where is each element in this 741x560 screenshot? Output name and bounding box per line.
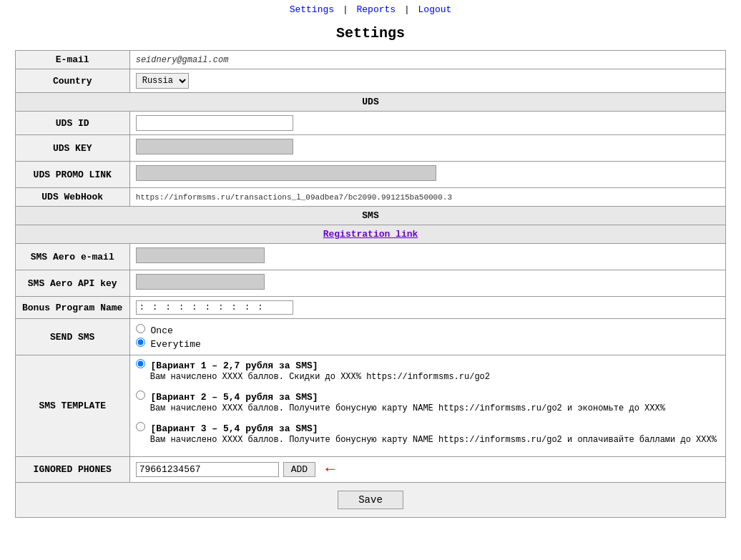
sms-template-3-label[interactable]: [Вариант 3 – 5,4 рубля за SMS] bbox=[136, 423, 318, 434]
email-display: seidnery@gmail.com bbox=[136, 55, 229, 65]
sms-template-3-header: [Вариант 3 – 5,4 рубля за SMS] bbox=[151, 423, 318, 434]
sms-template-row: SMS TEMPLATE [Вариант 1 – 2,7 рубля за S… bbox=[15, 355, 726, 457]
sms-reg-link-row: Registration link bbox=[15, 225, 726, 244]
uds-webhook-cell: https://informsms.ru/transactions_l_09ad… bbox=[129, 188, 726, 207]
sms-template-2-header: [Вариант 2 – 5,4 рубля за SMS] bbox=[151, 392, 318, 403]
nav-reports-link[interactable]: Reports bbox=[357, 4, 396, 15]
uds-webhook-value: https://informsms.ru/transactions_l_09ad… bbox=[136, 193, 452, 202]
send-sms-everytime-radio[interactable] bbox=[136, 338, 145, 347]
country-row: Country Russia bbox=[15, 69, 726, 93]
send-sms-cell: Once Everytime bbox=[129, 319, 726, 355]
sms-aero-api-label: SMS Aero API key bbox=[15, 270, 129, 297]
send-sms-once-label[interactable]: Once bbox=[136, 324, 720, 336]
page-title: Settings bbox=[0, 25, 741, 41]
ignored-phones-cell: ADD ← bbox=[129, 457, 726, 483]
save-cell: Save bbox=[15, 483, 726, 518]
uds-promo-cell bbox=[129, 162, 726, 188]
sms-template-option-3: [Вариант 3 – 5,4 рубля за SMS] Вам начис… bbox=[136, 422, 720, 446]
sms-template-option-1: [Вариант 1 – 2,7 рубля за SMS] Вам начис… bbox=[136, 359, 720, 383]
sms-aero-email-label: SMS Aero e-mail bbox=[15, 244, 129, 270]
add-phone-button[interactable]: ADD bbox=[283, 462, 315, 477]
country-value-cell: Russia bbox=[129, 69, 726, 93]
send-sms-label: SEND SMS bbox=[15, 319, 129, 355]
uds-key-cell bbox=[129, 135, 726, 162]
sms-section-row: SMS bbox=[15, 207, 726, 225]
sms-template-option-2: [Вариант 2 – 5,4 рубля за SMS] Вам начис… bbox=[136, 390, 720, 415]
nav-logout-link[interactable]: Logout bbox=[418, 4, 452, 15]
sms-aero-api-row: SMS Aero API key bbox=[15, 270, 726, 297]
ignored-phones-row: IGNORED PHONES ADD ← bbox=[15, 457, 726, 483]
ignored-phones-input[interactable] bbox=[136, 462, 279, 477]
uds-id-input[interactable] bbox=[136, 115, 293, 131]
sms-template-cell: [Вариант 1 – 2,7 рубля за SMS] Вам начис… bbox=[129, 355, 726, 457]
send-sms-radio-group: Once Everytime bbox=[136, 324, 720, 350]
sms-template-1-label[interactable]: [Вариант 1 – 2,7 рубля за SMS] bbox=[136, 360, 318, 371]
email-label: E-mail bbox=[15, 51, 129, 69]
sms-template-1-text: Вам начислено XXXX баллов. Скидки до XXX… bbox=[150, 371, 720, 383]
uds-id-label: UDS ID bbox=[15, 112, 129, 135]
uds-id-cell bbox=[129, 112, 726, 135]
sms-template-1-header: [Вариант 1 – 2,7 рубля за SMS] bbox=[151, 360, 318, 371]
bonus-program-cell bbox=[129, 297, 726, 319]
uds-key-row: UDS KEY bbox=[15, 135, 726, 162]
bonus-program-input[interactable] bbox=[136, 300, 293, 315]
sms-aero-email-input[interactable] bbox=[136, 247, 265, 263]
save-row: Save bbox=[15, 483, 726, 518]
bonus-program-row: Bonus Program Name bbox=[15, 297, 726, 319]
email-row: E-mail seidnery@gmail.com bbox=[15, 51, 726, 69]
send-sms-once-radio[interactable] bbox=[136, 324, 145, 333]
send-sms-once-text: Once bbox=[151, 325, 173, 336]
uds-promo-label: UDS PROMO LINK bbox=[15, 162, 129, 188]
sms-template-2-label[interactable]: [Вариант 2 – 5,4 рубля за SMS] bbox=[136, 392, 318, 403]
sms-aero-email-row: SMS Aero e-mail bbox=[15, 244, 726, 270]
send-sms-everytime-label[interactable]: Everytime bbox=[136, 338, 720, 350]
sms-aero-email-cell bbox=[129, 244, 726, 270]
country-select[interactable]: Russia bbox=[136, 73, 189, 89]
uds-webhook-row: UDS WebHook https://informsms.ru/transac… bbox=[15, 188, 726, 207]
uds-key-input[interactable] bbox=[136, 139, 293, 154]
sms-template-3-text: Вам начислено XXXX баллов. Получите бону… bbox=[150, 434, 720, 446]
uds-promo-row: UDS PROMO LINK bbox=[15, 162, 726, 188]
sms-reg-link-cell: Registration link bbox=[15, 225, 726, 244]
send-sms-row: SEND SMS Once Everytime bbox=[15, 319, 726, 355]
nav-settings-link[interactable]: Settings bbox=[290, 4, 334, 15]
sms-aero-api-input[interactable] bbox=[136, 274, 265, 290]
sms-template-2-radio[interactable] bbox=[136, 390, 145, 400]
settings-table: E-mail seidnery@gmail.com Country Russia… bbox=[15, 50, 727, 518]
save-button[interactable]: Save bbox=[338, 491, 403, 509]
uds-key-label: UDS KEY bbox=[15, 135, 129, 162]
sms-registration-link[interactable]: Registration link bbox=[323, 229, 418, 240]
sms-template-1-radio[interactable] bbox=[136, 359, 145, 368]
sms-template-3-radio[interactable] bbox=[136, 422, 145, 431]
send-sms-everytime-text: Everytime bbox=[151, 339, 201, 350]
sms-aero-api-cell bbox=[129, 270, 726, 297]
uds-id-row: UDS ID bbox=[15, 112, 726, 135]
bonus-program-label: Bonus Program Name bbox=[15, 297, 129, 319]
sms-template-2-text: Вам начислено XXXX баллов. Получите бону… bbox=[150, 403, 720, 415]
ignored-phones-container: ADD ← bbox=[136, 461, 720, 478]
top-nav: Settings | Reports | Logout bbox=[0, 0, 741, 18]
uds-section-header: UDS bbox=[15, 93, 726, 112]
uds-promo-input[interactable] bbox=[136, 165, 436, 181]
country-label: Country bbox=[15, 69, 129, 93]
ignored-phones-label: IGNORED PHONES bbox=[15, 457, 129, 483]
sms-section-header: SMS bbox=[15, 207, 726, 225]
uds-section-row: UDS bbox=[15, 93, 726, 112]
email-value-cell: seidnery@gmail.com bbox=[129, 51, 726, 69]
sms-template-label: SMS TEMPLATE bbox=[15, 355, 129, 457]
uds-webhook-label: UDS WebHook bbox=[15, 188, 129, 207]
arrow-icon: ← bbox=[325, 461, 335, 478]
